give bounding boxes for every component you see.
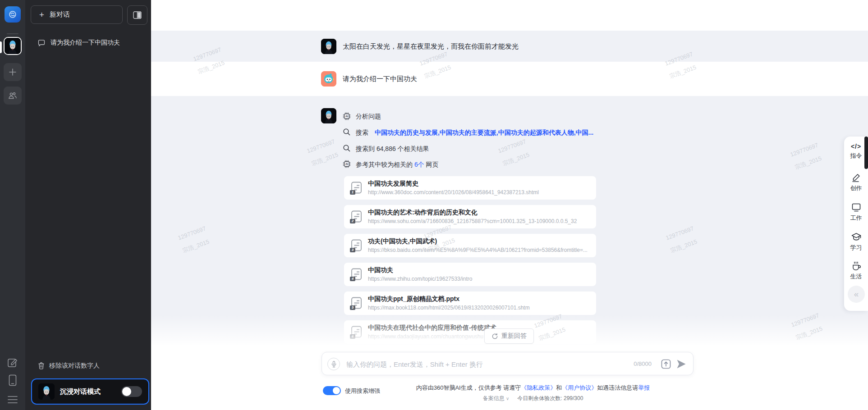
ai-chip-icon: AI bbox=[343, 112, 351, 120]
result-title[interactable]: 中国功夫在现代社会中的应用和价值-传统武术 bbox=[368, 324, 496, 332]
result-title[interactable]: 中国功夫的艺术:动作背后的历史和文化 bbox=[368, 209, 478, 217]
tool-item-life[interactable]: 生活 bbox=[844, 261, 868, 281]
result-card[interactable]: 4 中国功夫 https://www.zhihu.com/topic/19627… bbox=[344, 263, 596, 286]
new-chat-label: 新对话 bbox=[50, 10, 70, 19]
remove-label: 移除该对话数字人 bbox=[49, 362, 100, 370]
report-link[interactable]: 举报 bbox=[638, 384, 650, 391]
app-logo[interactable] bbox=[5, 6, 21, 23]
result-title[interactable]: 中国功夫 bbox=[368, 266, 393, 274]
result-url: https://www.sohu.com/a/716600836_1216758… bbox=[368, 218, 577, 224]
quota-text: 今日剩余体验次数: 299/300 bbox=[517, 395, 583, 401]
step-results: 搜索到 64,886 个相关结果 bbox=[356, 145, 429, 153]
document-icon: 4 bbox=[351, 268, 363, 282]
footer-meta-line: 备案信息 ∨今日剩余体验次数: 299/300 bbox=[347, 395, 719, 402]
tool-item-create[interactable]: 创作 bbox=[844, 173, 868, 192]
add-digital-human-button[interactable] bbox=[4, 63, 22, 81]
menu-icon[interactable] bbox=[7, 396, 18, 404]
search-icon bbox=[343, 128, 351, 136]
code-icon: </> bbox=[851, 143, 861, 150]
message-row-question bbox=[151, 62, 868, 96]
search-label: 搜索 bbox=[356, 129, 368, 136]
disclaimer-line: 内容由360智脑AI生成，仅供参考 请遵守《隐私政策》和《用户协议》如遇违法信息… bbox=[347, 384, 719, 392]
remove-digital-human-button[interactable]: 移除该对话数字人 bbox=[31, 360, 146, 372]
result-card[interactable]: 3 功夫(中国功夫,中国武术) https://bkso.baidu.com/i… bbox=[344, 234, 596, 257]
tool-label: 指令 bbox=[850, 152, 862, 160]
document-icon: 6 bbox=[351, 326, 363, 339]
plus-icon: + bbox=[39, 10, 44, 19]
refresh-icon bbox=[491, 333, 498, 340]
beian-label: 备案信息 bbox=[483, 395, 505, 401]
send-icon[interactable] bbox=[676, 359, 687, 369]
tool-label: 生活 bbox=[850, 273, 862, 281]
privacy-policy-link[interactable]: 《隐私政策》 bbox=[521, 384, 556, 391]
compose-icon[interactable] bbox=[7, 357, 18, 368]
rail-divider bbox=[7, 33, 18, 34]
beian-dropdown[interactable]: 备案信息 ∨ bbox=[483, 395, 510, 401]
active-indicator bbox=[0, 41, 2, 53]
tool-item-work[interactable]: 工作 bbox=[844, 202, 868, 222]
chevrons-left-icon: « bbox=[854, 289, 859, 299]
regenerate-label: 重新回答 bbox=[501, 332, 527, 340]
document-icon: 2 bbox=[351, 210, 363, 224]
tool-label: 创作 bbox=[850, 184, 862, 192]
composer-box[interactable]: 0/8000 bbox=[321, 352, 693, 375]
document-number: 6 bbox=[350, 334, 355, 339]
scrollbar-thumb[interactable] bbox=[864, 137, 868, 169]
document-icon: 1 bbox=[351, 182, 363, 195]
upload-icon[interactable] bbox=[661, 359, 671, 369]
monitor-icon bbox=[851, 202, 861, 212]
reference-count[interactable]: 6个 bbox=[414, 161, 424, 168]
message-input[interactable] bbox=[345, 352, 604, 376]
document-number: 5 bbox=[350, 305, 355, 310]
search-icon bbox=[343, 144, 351, 152]
trash-icon bbox=[38, 362, 45, 369]
result-card[interactable]: 2 中国功夫的艺术:动作背后的历史和文化 https://www.sohu.co… bbox=[344, 205, 596, 228]
new-chat-button[interactable]: + 新对话 bbox=[31, 5, 123, 24]
document-icon: 3 bbox=[351, 239, 363, 253]
toggle-knob bbox=[333, 387, 340, 394]
digital-humans-gallery-button[interactable] bbox=[4, 87, 22, 105]
result-url: https://www.zhihu.com/topic/19627533/int… bbox=[368, 276, 472, 282]
toggle-knob bbox=[122, 387, 131, 396]
result-card[interactable]: 6 中国功夫在现代社会中的应用和价值-传统武术 https://www.dada… bbox=[344, 320, 596, 344]
mobile-icon[interactable] bbox=[8, 374, 17, 386]
immersive-mode-card[interactable]: 沉浸对话模式 bbox=[31, 378, 149, 405]
result-url: http://www.360doc.com/content/20/1026/08… bbox=[368, 189, 539, 196]
search-query[interactable]: 中国功夫的历史与发展,中国功夫的主要流派,中国功夫的起源和代表人物,中国... bbox=[375, 129, 593, 136]
digital-human-avatar bbox=[321, 39, 336, 54]
result-card[interactable]: 5 中国功夫ppt_原创精品文档.pptx https://max.book11… bbox=[344, 292, 596, 315]
collapse-sidebar-button[interactable] bbox=[127, 5, 147, 25]
user-agreement-link[interactable]: 《用户协议》 bbox=[562, 384, 597, 391]
microphone-icon[interactable] bbox=[327, 358, 340, 370]
result-title[interactable]: 中国功夫ppt_原创精品文档.pptx bbox=[368, 295, 459, 303]
result-url: https://www.dadaojiayuan.com/chuantongwu… bbox=[368, 333, 483, 340]
digital-human-avatar-selected[interactable] bbox=[4, 37, 22, 55]
conversation-item[interactable]: 请为我介绍一下中国功夫 bbox=[31, 35, 146, 50]
conversation-title: 请为我介绍一下中国功夫 bbox=[51, 39, 120, 47]
message-greeting-text: 太阳在白天发光，星星在夜里发光，而我在你面前才能发光 bbox=[343, 42, 519, 51]
regenerate-button[interactable]: 重新回答 bbox=[484, 328, 534, 344]
chevron-down-icon: ∨ bbox=[506, 396, 509, 401]
result-url: https://max.book118.com/html/2025/0619/8… bbox=[368, 305, 530, 311]
result-card[interactable]: 1 中国功夫发展简史 http://www.360doc.com/content… bbox=[344, 176, 596, 200]
search-enhance-toggle[interactable] bbox=[323, 386, 341, 395]
result-title[interactable]: 中国功夫发展简史 bbox=[368, 180, 418, 188]
collapse-panel-button[interactable]: « bbox=[848, 286, 865, 303]
conversation-sidebar: + 新对话 请为我介绍一下中国功夫 移除该对话数字人 沉浸对话模式 bbox=[25, 0, 151, 410]
tool-item-study[interactable]: 学习 bbox=[844, 232, 868, 252]
document-icon: 5 bbox=[351, 297, 363, 310]
svg-text:AI: AI bbox=[345, 115, 348, 118]
reference-suffix: 网页 bbox=[424, 161, 439, 168]
result-url: https://bkso.baidu.com/item/%E5%8A%9F%E5… bbox=[368, 247, 588, 253]
result-title[interactable]: 功夫(中国功夫,中国武术) bbox=[368, 237, 437, 246]
ai-chip-icon: AI bbox=[343, 160, 351, 168]
digital-human-avatar bbox=[38, 383, 55, 400]
step-analyze: 分析问题 bbox=[356, 113, 381, 121]
step-reference: 参考其中较为相关的 6个 网页 bbox=[356, 161, 439, 169]
chat-bubble-icon bbox=[38, 40, 45, 46]
disclaimer-post: 如遇违法信息请 bbox=[597, 384, 638, 391]
immersive-mode-label: 沉浸对话模式 bbox=[60, 387, 101, 396]
main-top-bar bbox=[151, 0, 868, 31]
svg-text:AI: AI bbox=[345, 163, 348, 165]
immersive-mode-toggle[interactable] bbox=[121, 386, 142, 397]
